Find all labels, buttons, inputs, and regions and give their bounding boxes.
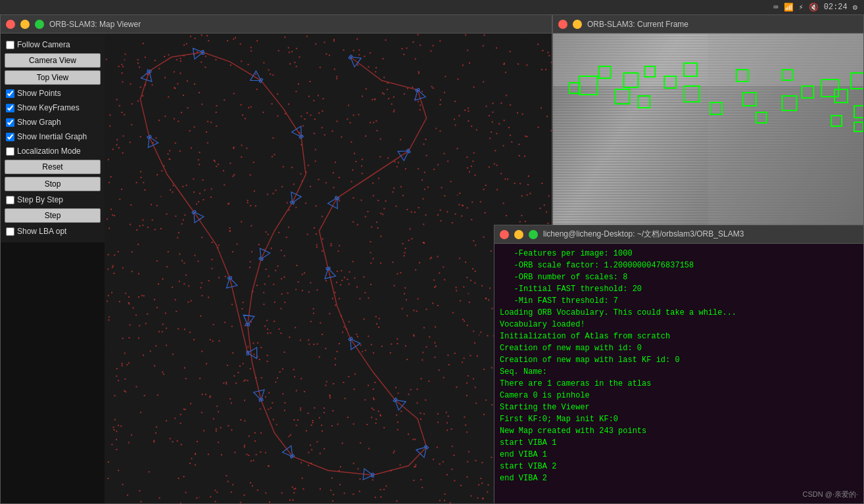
terminal-line: -ORB scale factor: 1.20000000476837158 [500, 260, 858, 271]
terminal-line: First KF:0; Map init KF:0 [500, 413, 858, 425]
reset-button[interactable]: Reset [5, 160, 101, 174]
show-graph-label[interactable]: Show Graph [17, 118, 61, 127]
terminal-line: end VIBA 2 [500, 472, 858, 484]
current-frame-titlebar: ORB-SLAM3: Current Frame [553, 15, 863, 34]
stop-button[interactable]: Stop [5, 177, 101, 191]
terminal-line: Creation of new map with id: 0 [500, 342, 858, 354]
terminal-line: Starting the Viewer [500, 401, 858, 413]
map-viewer-titlebar: ORB-SLAM3: Map Viewer [1, 15, 552, 34]
show-lba-row: Show LBA opt [3, 225, 102, 237]
show-lba-checkbox[interactable] [6, 227, 14, 236]
frame-min-btn[interactable] [573, 20, 582, 29]
terminal-max-btn[interactable] [529, 230, 538, 239]
terminal-line: -ORB number of scales: 8 [500, 271, 858, 283]
show-graph-checkbox[interactable] [6, 118, 14, 127]
terminal-min-btn[interactable] [514, 230, 523, 239]
system-bar: ⌨ 📶 ⚡ 🔇 02:24 ⚙ [0, 0, 864, 14]
map-viewer-window: ORB-SLAM3: Map Viewer Follow Camera Came… [0, 14, 552, 504]
terminal-line: There are 1 cameras in the atlas [500, 378, 858, 390]
settings-icon: ⚙ [853, 3, 857, 12]
terminal-line: Initialization of Atlas from scratch [500, 331, 858, 342]
follow-camera-checkbox[interactable] [6, 41, 14, 49]
terminal-line: start VIBA 2 [500, 461, 858, 472]
frame-image-display [553, 34, 863, 225]
step-by-step-row: Step By Step [3, 194, 102, 206]
maximize-btn[interactable] [35, 20, 44, 29]
frame-close-btn[interactable] [558, 20, 567, 29]
show-keyframes-checkbox[interactable] [6, 104, 14, 112]
localization-mode-label[interactable]: Localization Mode [17, 147, 81, 156]
step-by-step-label[interactable]: Step By Step [17, 195, 63, 204]
show-inertial-graph-checkbox[interactable] [6, 133, 14, 141]
terminal-title: licheng@licheng-Desktop: ~/文档/orbslam3/O… [543, 229, 744, 240]
time-display: 02:24 [824, 3, 848, 12]
terminal-output: -Features per image: 1000 -ORB scale fac… [494, 244, 863, 503]
terminal-line: Vocabulary loaded! [500, 319, 858, 331]
close-btn[interactable] [6, 20, 15, 29]
wifi-icon: 📶 [784, 3, 794, 12]
current-frame-window: ORB-SLAM3: Current Frame [552, 14, 864, 225]
terminal-line: Seq. Name: [500, 366, 858, 378]
bluetooth-icon: ⚡ [799, 3, 804, 12]
map-canvas[interactable] [105, 34, 552, 503]
localization-mode-checkbox[interactable] [6, 147, 14, 156]
map-viewer-title: ORB-SLAM3: Map Viewer [49, 20, 141, 29]
show-inertial-graph-label[interactable]: Show Inertial Graph [17, 132, 87, 141]
terminal-line: start VIBA 1 [500, 437, 858, 449]
watermark: CSDN @·亲爱的· [802, 490, 858, 499]
step-by-step-checkbox[interactable] [6, 196, 14, 204]
follow-camera-label[interactable]: Follow Camera [17, 40, 70, 49]
minimize-btn[interactable] [20, 20, 30, 29]
camera-view-button[interactable]: Camera View [5, 53, 101, 68]
show-points-row: Show Points [3, 87, 102, 99]
terminal-line: -Initial FAST threshold: 20 [500, 283, 858, 295]
terminal-line: Loading ORB Vocabulary. This could take … [500, 307, 858, 319]
top-view-button[interactable]: Top View [5, 70, 101, 85]
terminal-line: -Min FAST threshold: 7 [500, 295, 858, 307]
left-control-panel: Follow Camera Camera View Top View Show … [1, 34, 105, 242]
show-inertial-graph-row: Show Inertial Graph [3, 131, 102, 143]
follow-camera-row: Follow Camera [3, 39, 102, 51]
volume-icon: 🔇 [809, 3, 819, 12]
keyboard-icon: ⌨ [773, 3, 778, 12]
step-button[interactable]: Step [5, 208, 101, 223]
terminal-line: Creation of new map with last KF id: 0 [500, 354, 858, 366]
terminal-window: licheng@licheng-Desktop: ~/文档/orbslam3/O… [494, 225, 864, 504]
terminal-line: end VIBA 1 [500, 449, 858, 461]
show-keyframes-label[interactable]: Show KeyFrames [17, 103, 80, 112]
map-rendering-canvas [105, 34, 552, 503]
localization-mode-row: Localization Mode [3, 145, 102, 157]
frame-rendering-canvas [553, 34, 863, 225]
terminal-line: -Features per image: 1000 [500, 248, 858, 260]
show-lba-label[interactable]: Show LBA opt [17, 227, 66, 236]
terminal-line: Camera 0 is pinhole [500, 390, 858, 401]
terminal-close-btn[interactable] [500, 230, 509, 239]
show-graph-row: Show Graph [3, 116, 102, 128]
show-points-checkbox[interactable] [6, 89, 14, 98]
show-keyframes-row: Show KeyFrames [3, 102, 102, 114]
terminal-line: New Map created with 243 points [500, 425, 858, 437]
show-points-label[interactable]: Show Points [17, 89, 61, 98]
current-frame-title: ORB-SLAM3: Current Frame [587, 20, 688, 29]
terminal-titlebar: licheng@licheng-Desktop: ~/文档/orbslam3/O… [494, 225, 863, 244]
